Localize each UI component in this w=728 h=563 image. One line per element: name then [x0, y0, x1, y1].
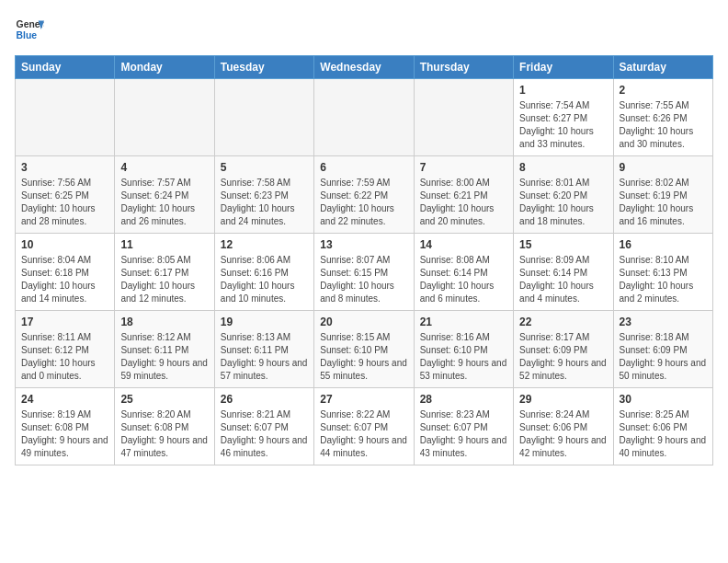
logo: General Blue [15, 15, 44, 44]
calendar-week-row: 3Sunrise: 7:56 AM Sunset: 6:25 PM Daylig… [16, 156, 713, 234]
day-info: Sunrise: 7:54 AM Sunset: 6:27 PM Dayligh… [519, 99, 607, 151]
day-number: 19 [221, 316, 308, 328]
day-number: 2 [620, 84, 707, 97]
day-number: 23 [620, 316, 707, 328]
day-number: 8 [519, 161, 607, 174]
day-info: Sunrise: 8:09 AM Sunset: 6:14 PM Dayligh… [519, 254, 607, 305]
calendar-cell: 23Sunrise: 8:18 AM Sunset: 6:09 PM Dayli… [613, 311, 712, 388]
day-number: 26 [221, 393, 308, 406]
calendar-cell [115, 79, 214, 156]
day-info: Sunrise: 8:18 AM Sunset: 6:09 PM Dayligh… [620, 331, 707, 383]
day-info: Sunrise: 8:17 AM Sunset: 6:09 PM Dayligh… [519, 331, 607, 383]
day-info: Sunrise: 8:07 AM Sunset: 6:15 PM Dayligh… [320, 254, 407, 305]
day-number: 30 [620, 393, 707, 406]
day-info: Sunrise: 8:08 AM Sunset: 6:14 PM Dayligh… [420, 254, 507, 305]
weekday-header: Thursday [414, 56, 513, 79]
calendar: SundayMondayTuesdayWednesdayThursdayFrid… [15, 55, 713, 465]
calendar-header-row: SundayMondayTuesdayWednesdayThursdayFrid… [16, 56, 713, 79]
calendar-cell: 24Sunrise: 8:19 AM Sunset: 6:08 PM Dayli… [16, 388, 115, 465]
calendar-cell: 9Sunrise: 8:02 AM Sunset: 6:19 PM Daylig… [613, 156, 712, 234]
day-info: Sunrise: 8:00 AM Sunset: 6:21 PM Dayligh… [420, 177, 507, 228]
day-number: 20 [320, 316, 407, 328]
day-number: 15 [519, 238, 607, 251]
weekday-header: Saturday [613, 56, 712, 79]
day-number: 9 [620, 161, 707, 174]
day-number: 6 [320, 161, 407, 174]
calendar-cell: 30Sunrise: 8:25 AM Sunset: 6:06 PM Dayli… [613, 388, 712, 465]
day-info: Sunrise: 7:57 AM Sunset: 6:24 PM Dayligh… [120, 177, 208, 228]
calendar-week-row: 10Sunrise: 8:04 AM Sunset: 6:18 PM Dayli… [16, 234, 713, 311]
day-info: Sunrise: 8:04 AM Sunset: 6:18 PM Dayligh… [21, 254, 108, 305]
day-number: 16 [620, 238, 707, 251]
calendar-cell [414, 79, 513, 156]
calendar-cell: 7Sunrise: 8:00 AM Sunset: 6:21 PM Daylig… [414, 156, 513, 234]
calendar-cell: 5Sunrise: 7:58 AM Sunset: 6:23 PM Daylig… [214, 156, 313, 234]
calendar-cell: 18Sunrise: 8:12 AM Sunset: 6:11 PM Dayli… [115, 311, 214, 388]
calendar-week-row: 1Sunrise: 7:54 AM Sunset: 6:27 PM Daylig… [16, 79, 713, 156]
calendar-cell: 19Sunrise: 8:13 AM Sunset: 6:11 PM Dayli… [214, 311, 313, 388]
day-number: 5 [221, 161, 308, 174]
day-number: 25 [120, 393, 208, 406]
day-number: 4 [120, 161, 208, 174]
day-info: Sunrise: 8:10 AM Sunset: 6:13 PM Dayligh… [620, 254, 707, 305]
calendar-cell [16, 79, 115, 156]
weekday-header: Monday [115, 56, 214, 79]
day-number: 24 [21, 393, 108, 406]
day-info: Sunrise: 8:23 AM Sunset: 6:07 PM Dayligh… [420, 408, 507, 460]
calendar-cell: 3Sunrise: 7:56 AM Sunset: 6:25 PM Daylig… [16, 156, 115, 234]
calendar-cell: 25Sunrise: 8:20 AM Sunset: 6:08 PM Dayli… [115, 388, 214, 465]
logo-icon: General Blue [15, 15, 44, 44]
day-info: Sunrise: 7:58 AM Sunset: 6:23 PM Dayligh… [221, 177, 308, 228]
day-info: Sunrise: 8:11 AM Sunset: 6:12 PM Dayligh… [21, 331, 108, 383]
weekday-header: Friday [514, 56, 613, 79]
svg-text:Blue: Blue [17, 30, 38, 40]
day-number: 18 [120, 316, 208, 328]
page-header: General Blue [15, 15, 713, 44]
day-info: Sunrise: 8:25 AM Sunset: 6:06 PM Dayligh… [620, 408, 707, 460]
calendar-cell: 29Sunrise: 8:24 AM Sunset: 6:06 PM Dayli… [514, 388, 613, 465]
day-number: 14 [420, 238, 507, 251]
day-info: Sunrise: 7:55 AM Sunset: 6:26 PM Dayligh… [620, 99, 707, 151]
day-info: Sunrise: 8:06 AM Sunset: 6:16 PM Dayligh… [221, 254, 308, 305]
calendar-cell: 21Sunrise: 8:16 AM Sunset: 6:10 PM Dayli… [414, 311, 513, 388]
calendar-cell: 26Sunrise: 8:21 AM Sunset: 6:07 PM Dayli… [214, 388, 313, 465]
day-number: 27 [320, 393, 407, 406]
calendar-week-row: 24Sunrise: 8:19 AM Sunset: 6:08 PM Dayli… [16, 388, 713, 465]
day-number: 1 [519, 84, 607, 97]
calendar-cell: 8Sunrise: 8:01 AM Sunset: 6:20 PM Daylig… [514, 156, 613, 234]
day-info: Sunrise: 8:02 AM Sunset: 6:19 PM Dayligh… [620, 177, 707, 228]
day-info: Sunrise: 7:56 AM Sunset: 6:25 PM Dayligh… [21, 177, 108, 228]
calendar-body: 1Sunrise: 7:54 AM Sunset: 6:27 PM Daylig… [16, 79, 713, 465]
day-info: Sunrise: 8:12 AM Sunset: 6:11 PM Dayligh… [120, 331, 208, 383]
calendar-cell: 28Sunrise: 8:23 AM Sunset: 6:07 PM Dayli… [414, 388, 513, 465]
calendar-cell: 20Sunrise: 8:15 AM Sunset: 6:10 PM Dayli… [314, 311, 414, 388]
day-number: 29 [519, 393, 607, 406]
day-info: Sunrise: 8:16 AM Sunset: 6:10 PM Dayligh… [420, 331, 507, 383]
day-number: 28 [420, 393, 507, 406]
calendar-cell: 6Sunrise: 7:59 AM Sunset: 6:22 PM Daylig… [314, 156, 414, 234]
day-info: Sunrise: 8:01 AM Sunset: 6:20 PM Dayligh… [519, 177, 607, 228]
calendar-cell: 4Sunrise: 7:57 AM Sunset: 6:24 PM Daylig… [115, 156, 214, 234]
day-info: Sunrise: 7:59 AM Sunset: 6:22 PM Dayligh… [320, 177, 407, 228]
weekday-header: Tuesday [214, 56, 313, 79]
calendar-cell: 13Sunrise: 8:07 AM Sunset: 6:15 PM Dayli… [314, 234, 414, 311]
day-info: Sunrise: 8:21 AM Sunset: 6:07 PM Dayligh… [221, 408, 308, 460]
day-number: 13 [320, 238, 407, 251]
calendar-week-row: 17Sunrise: 8:11 AM Sunset: 6:12 PM Dayli… [16, 311, 713, 388]
day-info: Sunrise: 8:13 AM Sunset: 6:11 PM Dayligh… [221, 331, 308, 383]
day-info: Sunrise: 8:22 AM Sunset: 6:07 PM Dayligh… [320, 408, 407, 460]
calendar-cell: 14Sunrise: 8:08 AM Sunset: 6:14 PM Dayli… [414, 234, 513, 311]
day-number: 3 [21, 161, 108, 174]
calendar-cell: 1Sunrise: 7:54 AM Sunset: 6:27 PM Daylig… [514, 79, 613, 156]
day-info: Sunrise: 8:19 AM Sunset: 6:08 PM Dayligh… [21, 408, 108, 460]
weekday-header: Wednesday [314, 56, 414, 79]
calendar-cell: 2Sunrise: 7:55 AM Sunset: 6:26 PM Daylig… [613, 79, 712, 156]
calendar-cell [314, 79, 414, 156]
day-number: 17 [21, 316, 108, 328]
day-info: Sunrise: 8:20 AM Sunset: 6:08 PM Dayligh… [120, 408, 208, 460]
day-number: 12 [221, 238, 308, 251]
day-number: 11 [120, 238, 208, 251]
calendar-cell: 27Sunrise: 8:22 AM Sunset: 6:07 PM Dayli… [314, 388, 414, 465]
calendar-cell: 15Sunrise: 8:09 AM Sunset: 6:14 PM Dayli… [514, 234, 613, 311]
calendar-cell: 17Sunrise: 8:11 AM Sunset: 6:12 PM Dayli… [16, 311, 115, 388]
